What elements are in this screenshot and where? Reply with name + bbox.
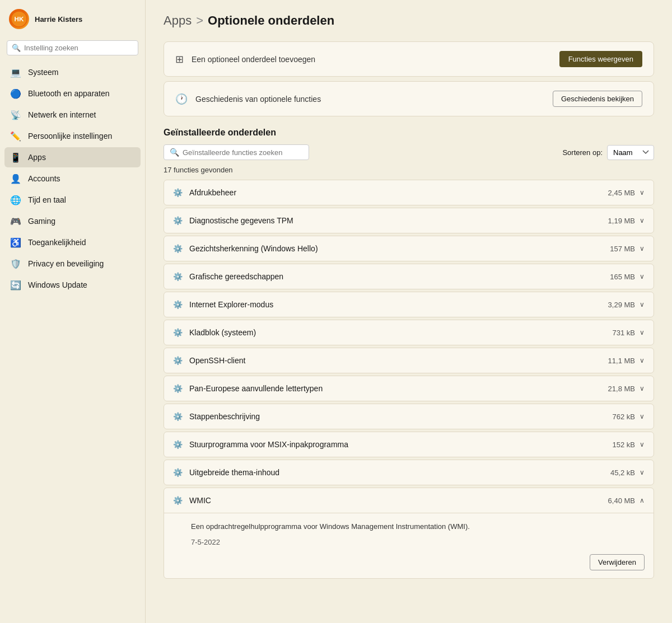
sidebar-item-label-netwerk: Netwerk en internet — [28, 110, 96, 119]
feature-item-diagnostische: ⚙️ Diagnostische gegevens TPM 1,19 MB ∨ — [164, 208, 654, 233]
add-card: ⊞ Een optioneel onderdeel toevoegen Func… — [164, 41, 654, 77]
feature-left-stuurprogramma: ⚙️ Stuurprogramma voor MSIX-inpakprogram… — [173, 440, 348, 449]
feature-search-input[interactable] — [183, 148, 303, 157]
sort-select[interactable]: Naam Grootte — [607, 145, 654, 160]
sidebar-item-label-gaming: Gaming — [28, 217, 55, 226]
sidebar-item-label-bluetooth: Bluetooth en apparaten — [28, 89, 110, 98]
feature-name-uitgebreide: Uitgebreide thema-inhoud — [189, 468, 279, 477]
feature-left-wmic: ⚙️ WMIC — [173, 496, 211, 505]
search-sort-row: 🔍 Sorteren op: Naam Grootte — [164, 144, 654, 160]
feature-icon-stappenbeschrijving: ⚙️ — [173, 412, 183, 421]
search-input[interactable] — [24, 44, 133, 52]
feature-name-diagnostische: Diagnostische gegevens TPM — [189, 216, 293, 225]
feature-item-wmic: ⚙️ WMIC 6,40 MB ∧ Een opdrachtregelhulpp… — [164, 488, 654, 579]
sidebar-item-gaming[interactable]: 🎮 Gaming — [4, 211, 141, 231]
breadcrumb-parent[interactable]: Apps — [164, 13, 192, 28]
feature-row-stuurprogramma[interactable]: ⚙️ Stuurprogramma voor MSIX-inpakprogram… — [164, 432, 654, 457]
feature-right-grafische: 165 MB ∨ — [610, 273, 645, 281]
feature-size-diagnostische: 1,19 MB — [608, 217, 635, 225]
sidebar-item-persoonlijk[interactable]: ✏️ Persoonlijke instellingen — [4, 126, 141, 146]
feature-size-stuurprogramma: 152 kB — [613, 441, 635, 449]
feature-right-afdrukbeheer: 2,45 MB ∨ — [608, 189, 645, 197]
feature-row-internet-explorer[interactable]: ⚙️ Internet Explorer-modus 3,29 MB ∨ — [164, 292, 654, 317]
feature-row-pan-europese[interactable]: ⚙️ Pan-Europese aanvullende lettertypen … — [164, 376, 654, 401]
sidebar-item-systeem[interactable]: 💻 Systeem — [4, 62, 141, 82]
feature-row-stappenbeschrijving[interactable]: ⚙️ Stappenbeschrijving 762 kB ∨ — [164, 404, 654, 429]
sidebar-item-label-accounts: Accounts — [28, 174, 60, 183]
feature-row-kladblok[interactable]: ⚙️ Kladblok (systeem) 731 kB ∨ — [164, 320, 654, 345]
chevron-internet-explorer: ∨ — [640, 301, 645, 308]
feature-icon-diagnostische: ⚙️ — [173, 216, 183, 225]
feature-row-diagnostische[interactable]: ⚙️ Diagnostische gegevens TPM 1,19 MB ∨ — [164, 208, 654, 233]
avatar: HK — [9, 9, 29, 29]
count-text: 17 functies gevonden — [164, 166, 654, 174]
feature-icon-uitgebreide: ⚙️ — [173, 468, 183, 477]
chevron-kladblok: ∨ — [640, 329, 645, 336]
sidebar-item-toegankelijkheid[interactable]: ♿ Toegankelijkheid — [4, 232, 141, 252]
feature-icon-afdrukbeheer: ⚙️ — [173, 188, 183, 197]
sidebar-item-tijd[interactable]: 🌐 Tijd en taal — [4, 190, 141, 210]
chevron-gezichtsherkenning: ∨ — [640, 245, 645, 252]
feature-item-gezichtsherkenning: ⚙️ Gezichtsherkenning (Windows Hello) 15… — [164, 236, 654, 261]
features-list: ⚙️ Afdrukbeheer 2,45 MB ∨ ⚙️ Diagnostisc… — [164, 180, 654, 579]
feature-left-afdrukbeheer: ⚙️ Afdrukbeheer — [173, 188, 236, 197]
sidebar-item-bluetooth[interactable]: 🔵 Bluetooth en apparaten — [4, 83, 141, 104]
sort-row: Sorteren op: Naam Grootte — [562, 145, 654, 160]
remove-button[interactable]: Verwijderen — [590, 554, 645, 570]
feature-name-gezichtsherkenning: Gezichtsherkenning (Windows Hello) — [189, 244, 318, 253]
feature-row-wmic[interactable]: ⚙️ WMIC 6,40 MB ∧ — [164, 488, 654, 513]
feature-left-gezichtsherkenning: ⚙️ Gezichtsherkenning (Windows Hello) — [173, 244, 318, 253]
feature-size-afdrukbeheer: 2,45 MB — [608, 189, 635, 197]
sidebar-item-apps[interactable]: 📱 Apps — [4, 147, 141, 167]
feature-search-container[interactable]: 🔍 — [164, 144, 309, 160]
installed-section-title: Geïnstalleerde onderdelen — [164, 128, 654, 138]
breadcrumb-separator: > — [196, 13, 203, 28]
feature-row-grafische[interactable]: ⚙️ Grafische gereedschappen 165 MB ∨ — [164, 264, 654, 289]
feature-right-wmic: 6,40 MB ∧ — [608, 496, 645, 505]
feature-left-stappenbeschrijving: ⚙️ Stappenbeschrijving — [173, 412, 260, 421]
feature-size-kladblok: 731 kB — [613, 329, 635, 337]
systeem-icon: 💻 — [10, 67, 21, 78]
feature-item-kladblok: ⚙️ Kladblok (systeem) 731 kB ∨ — [164, 320, 654, 345]
feature-left-diagnostische: ⚙️ Diagnostische gegevens TPM — [173, 216, 293, 225]
chevron-grafische: ∨ — [640, 273, 645, 280]
feature-left-kladblok: ⚙️ Kladblok (systeem) — [173, 328, 256, 337]
bluetooth-icon: 🔵 — [10, 88, 21, 99]
sidebar-username: Harrie Kisters — [35, 15, 82, 24]
feature-icon-stuurprogramma: ⚙️ — [173, 440, 183, 449]
history-icon: 🕐 — [175, 93, 188, 105]
netwerk-icon: 📡 — [10, 109, 21, 120]
feature-row-openssh[interactable]: ⚙️ OpenSSH-client 11,1 MB ∨ — [164, 348, 654, 373]
feature-item-pan-europese: ⚙️ Pan-Europese aanvullende lettertypen … — [164, 376, 654, 401]
feature-right-stuurprogramma: 152 kB ∨ — [613, 441, 645, 449]
feature-size-openssh: 11,1 MB — [608, 357, 635, 365]
history-button[interactable]: Geschiedenis bekijken — [553, 91, 642, 107]
add-features-button[interactable]: Functies weergeven — [559, 51, 642, 67]
chevron-uitgebreide: ∨ — [640, 469, 645, 476]
feature-row-afdrukbeheer[interactable]: ⚙️ Afdrukbeheer 2,45 MB ∨ — [164, 180, 654, 205]
breadcrumb: Apps > Optionele onderdelen — [164, 13, 654, 28]
feature-name-stappenbeschrijving: Stappenbeschrijving — [189, 412, 260, 421]
feature-right-gezichtsherkenning: 157 MB ∨ — [610, 245, 645, 253]
feature-right-openssh: 11,1 MB ∨ — [608, 357, 645, 365]
persoonlijk-icon: ✏️ — [10, 130, 21, 142]
chevron-openssh: ∨ — [640, 357, 645, 364]
feature-row-gezichtsherkenning[interactable]: ⚙️ Gezichtsherkenning (Windows Hello) 15… — [164, 236, 654, 261]
feature-search-icon: 🔍 — [170, 148, 179, 157]
sidebar-item-windows-update[interactable]: 🔄 Windows Update — [4, 275, 141, 295]
sidebar-item-privacy[interactable]: 🛡️ Privacy en beveiliging — [4, 254, 141, 274]
sidebar-item-netwerk[interactable]: 📡 Netwerk en internet — [4, 105, 141, 125]
feature-icon-pan-europese: ⚙️ — [173, 384, 183, 393]
wmic-footer: Verwijderen — [191, 554, 645, 570]
add-card-left: ⊞ Een optioneel onderdeel toevoegen — [175, 53, 315, 65]
feature-size-grafische: 165 MB — [610, 273, 635, 281]
add-icon: ⊞ — [175, 53, 184, 65]
feature-name-internet-explorer: Internet Explorer-modus — [189, 300, 273, 309]
sidebar-item-label-tijd: Tijd en taal — [28, 195, 66, 204]
feature-size-stappenbeschrijving: 762 kB — [613, 413, 635, 421]
feature-item-internet-explorer: ⚙️ Internet Explorer-modus 3,29 MB ∨ — [164, 292, 654, 317]
feature-row-uitgebreide[interactable]: ⚙️ Uitgebreide thema-inhoud 45,2 kB ∨ — [164, 460, 654, 485]
windows-update-icon: 🔄 — [10, 279, 21, 291]
sidebar-search-container[interactable]: 🔍 — [7, 40, 138, 55]
sidebar-item-accounts[interactable]: 👤 Accounts — [4, 168, 141, 189]
